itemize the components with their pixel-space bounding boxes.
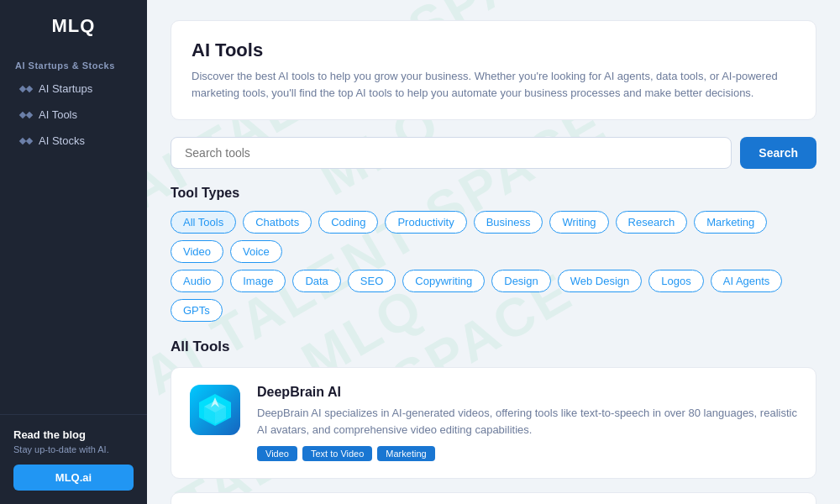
tool-name: DeepBrain AI: [257, 385, 797, 400]
search-input[interactable]: [171, 137, 732, 169]
main-content: AI TALENT SPACE MLQ AI TALENT SPACE MLQ …: [147, 0, 840, 504]
sidebar-section-label: AI Startups & Stocks: [0, 49, 147, 76]
search-button[interactable]: Search: [740, 137, 816, 169]
tool-type-pill-writing[interactable]: Writing: [549, 211, 608, 234]
tool-type-pill-design[interactable]: Design: [491, 270, 550, 292]
sidebar-blog-button[interactable]: MLQ.ai: [13, 465, 134, 491]
sidebar: MLQ AI Startups & Stocks AI Startups AI …: [0, 0, 147, 504]
tool-type-pill-business[interactable]: Business: [474, 211, 543, 234]
header-card: AI Tools Discover the best AI tools to h…: [171, 20, 816, 120]
sidebar-item-ai-stocks-label: AI Stocks: [39, 134, 85, 147]
tool-type-pill-audio[interactable]: Audio: [171, 270, 223, 292]
tool-tag: Marketing: [377, 446, 434, 461]
deepbrain-logo: [190, 385, 240, 435]
tool-tag: Text to Video: [302, 446, 372, 461]
tool-type-pill-copywriting[interactable]: Copywriting: [402, 270, 485, 292]
tool-type-pill-coding[interactable]: Coding: [318, 211, 378, 234]
sidebar-item-ai-tools[interactable]: AI Tools: [5, 102, 142, 128]
tool-type-pill-productivity[interactable]: Productivity: [385, 211, 466, 234]
sidebar-item-ai-stocks-icon: [20, 139, 32, 144]
tool-description: DeepBrain AI specializes in AI-generated…: [257, 405, 797, 438]
sidebar-logo: MLQ: [0, 0, 147, 49]
tool-card: AssistiveAssistive.chat is a generative …: [171, 492, 816, 504]
tool-tag: Video: [257, 446, 297, 461]
tool-type-pill-seo[interactable]: SEO: [348, 270, 396, 292]
sidebar-item-ai-tools-label: AI Tools: [39, 108, 77, 121]
sidebar-blog-title: Read the blog: [13, 428, 134, 441]
tool-types-row2: AudioImageDataSEOCopywritingDesignWeb De…: [171, 270, 816, 322]
sidebar-blog-section: Read the blog Stay up-to-date with AI. M…: [0, 414, 147, 504]
all-tools-label: All Tools: [171, 339, 816, 355]
sidebar-item-ai-startups[interactable]: AI Startups: [5, 76, 142, 102]
search-container: Search: [171, 137, 816, 169]
tool-type-pill-research[interactable]: Research: [616, 211, 688, 234]
tool-type-pill-data[interactable]: Data: [292, 270, 340, 292]
tool-type-pill-ai-agents[interactable]: AI Agents: [711, 270, 783, 292]
tool-types-section: Tool Types All ToolsChatbotsCodingProduc…: [171, 186, 816, 322]
content-inner: AI Tools Discover the best AI tools to h…: [147, 0, 840, 504]
sidebar-item-ai-startups-label: AI Startups: [39, 82, 92, 95]
tool-types-label: Tool Types: [171, 186, 816, 201]
tool-type-pill-web-design[interactable]: Web Design: [558, 270, 643, 292]
tool-type-pill-image[interactable]: Image: [230, 270, 286, 292]
tool-types-row1: All ToolsChatbotsCodingProductivityBusin…: [171, 211, 816, 263]
sidebar-blog-subtitle: Stay up-to-date with AI.: [13, 444, 134, 454]
tool-type-pill-gpts[interactable]: GPTs: [171, 299, 223, 322]
tool-info: DeepBrain AIDeepBrain AI specializes in …: [257, 385, 797, 461]
tool-card: DeepBrain AIDeepBrain AI specializes in …: [171, 367, 816, 479]
tool-type-pill-logos[interactable]: Logos: [648, 270, 703, 292]
tool-type-pill-chatbots[interactable]: Chatbots: [243, 211, 312, 234]
tool-type-pill-voice[interactable]: Voice: [230, 240, 282, 263]
tools-list: DeepBrain AIDeepBrain AI specializes in …: [171, 367, 816, 504]
tool-type-pill-all-tools[interactable]: All Tools: [171, 211, 236, 234]
tool-type-pill-video[interactable]: Video: [171, 240, 223, 263]
header-title: AI Tools: [192, 39, 795, 61]
tool-type-pill-marketing[interactable]: Marketing: [694, 211, 767, 234]
sidebar-item-ai-stocks[interactable]: AI Stocks: [5, 128, 142, 154]
tool-tags: VideoText to VideoMarketing: [257, 446, 797, 461]
sidebar-item-ai-startups-icon: [20, 87, 32, 92]
header-description: Discover the best AI tools to help you g…: [192, 68, 795, 101]
sidebar-item-ai-tools-icon: [20, 113, 32, 118]
